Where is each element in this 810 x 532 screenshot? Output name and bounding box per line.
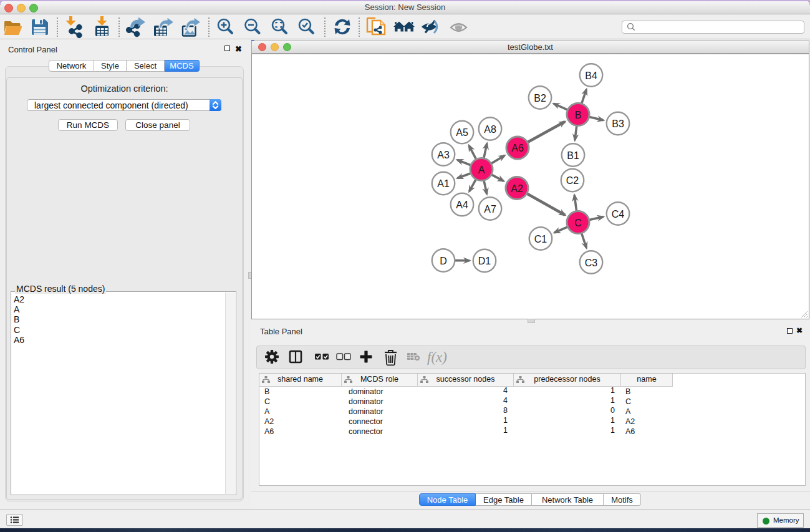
svg-text:C4: C4: [612, 209, 625, 220]
svg-text:B3: B3: [612, 118, 624, 129]
svg-text:C3: C3: [585, 258, 598, 268]
svg-text:D1: D1: [478, 256, 491, 266]
svg-text:D: D: [440, 256, 447, 266]
svg-text:B1: B1: [567, 150, 579, 161]
svg-text:f(x): f(x): [427, 349, 447, 365]
svg-text:A3: A3: [437, 150, 450, 160]
svg-text:C: C: [574, 218, 582, 228]
svg-text:A2: A2: [511, 183, 523, 194]
svg-text:A: A: [478, 165, 485, 175]
svg-text:B4: B4: [585, 70, 597, 81]
svg-text:C1: C1: [534, 234, 547, 244]
svg-text:A6: A6: [511, 143, 524, 153]
svg-text:A7: A7: [484, 204, 496, 215]
svg-text:B2: B2: [534, 93, 546, 104]
svg-text:A4: A4: [456, 200, 468, 210]
svg-text:C2: C2: [566, 175, 579, 186]
svg-text:B: B: [575, 110, 582, 120]
svg-text:A5: A5: [456, 127, 468, 138]
svg-text:A1: A1: [437, 178, 450, 189]
svg-text:A8: A8: [484, 124, 496, 135]
